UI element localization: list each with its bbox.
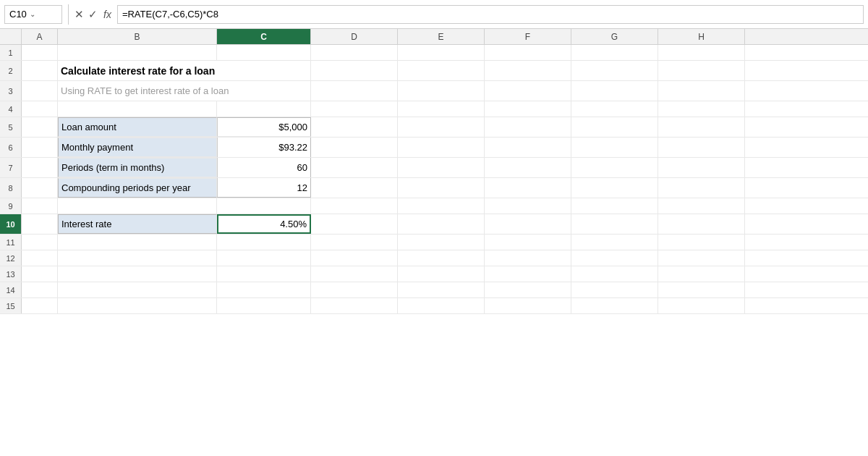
cell-G2[interactable]: [571, 61, 658, 80]
cell-A8[interactable]: [22, 178, 58, 198]
cell-A11[interactable]: [22, 235, 58, 250]
cell-G14[interactable]: [571, 282, 658, 297]
cell-H12[interactable]: [658, 250, 745, 266]
cancel-icon[interactable]: ✕: [75, 8, 84, 21]
cell-C12[interactable]: [217, 250, 311, 266]
cell-A9[interactable]: [22, 198, 58, 214]
cell-D9[interactable]: [311, 198, 398, 214]
cell-E11[interactable]: [398, 235, 485, 250]
cell-B9[interactable]: [58, 198, 217, 214]
cell-B2[interactable]: Calculate interest rate for a loan: [58, 61, 311, 80]
cell-B12[interactable]: [58, 250, 217, 266]
cell-C6[interactable]: $93.22: [217, 138, 311, 157]
cell-A4[interactable]: [22, 101, 58, 117]
cell-B4[interactable]: [58, 101, 217, 117]
cell-C7[interactable]: 60: [217, 158, 311, 177]
confirm-icon[interactable]: ✓: [88, 8, 98, 21]
cell-C9[interactable]: [217, 198, 311, 214]
cell-H11[interactable]: [658, 235, 745, 250]
cell-D13[interactable]: [311, 266, 398, 282]
cell-D4[interactable]: [311, 101, 398, 117]
cell-G12[interactable]: [571, 250, 658, 266]
cell-G1[interactable]: [571, 45, 658, 60]
cell-E13[interactable]: [398, 266, 485, 282]
cell-E3[interactable]: [398, 81, 485, 101]
cell-A6[interactable]: [22, 138, 58, 157]
cell-H13[interactable]: [658, 266, 745, 282]
cell-C15[interactable]: [217, 298, 311, 313]
cell-F10[interactable]: [485, 214, 571, 234]
cell-A15[interactable]: [22, 298, 58, 313]
cell-G9[interactable]: [571, 198, 658, 214]
cell-E10[interactable]: [398, 214, 485, 234]
cell-F8[interactable]: [485, 178, 571, 198]
name-box-chevron-icon[interactable]: ⌄: [30, 10, 35, 18]
cell-F9[interactable]: [485, 198, 571, 214]
cell-F4[interactable]: [485, 101, 571, 117]
cell-E5[interactable]: [398, 117, 485, 137]
cell-B13[interactable]: [58, 266, 217, 282]
cell-H7[interactable]: [658, 158, 745, 177]
cell-C8[interactable]: 12: [217, 178, 311, 198]
cell-C13[interactable]: [217, 266, 311, 282]
cell-D14[interactable]: [311, 282, 398, 297]
cell-C14[interactable]: [217, 282, 311, 297]
cell-E8[interactable]: [398, 178, 485, 198]
col-header-G[interactable]: G: [571, 29, 658, 44]
cell-E9[interactable]: [398, 198, 485, 214]
cell-B7[interactable]: Periods (term in months): [58, 158, 217, 177]
cell-F13[interactable]: [485, 266, 571, 282]
cell-D2[interactable]: [311, 61, 398, 80]
cell-E12[interactable]: [398, 250, 485, 266]
cell-C5[interactable]: $5,000: [217, 117, 311, 137]
cell-E6[interactable]: [398, 138, 485, 157]
cell-D10[interactable]: [311, 214, 398, 234]
cell-B1[interactable]: [58, 45, 217, 60]
cell-D5[interactable]: [311, 117, 398, 137]
cell-A3[interactable]: [22, 81, 58, 101]
cell-C10[interactable]: 4.50%: [217, 214, 311, 234]
cell-H3[interactable]: [658, 81, 745, 101]
cell-A7[interactable]: [22, 158, 58, 177]
cell-D7[interactable]: [311, 158, 398, 177]
cell-G4[interactable]: [571, 101, 658, 117]
cell-H5[interactable]: [658, 117, 745, 137]
cell-G15[interactable]: [571, 298, 658, 313]
cell-F12[interactable]: [485, 250, 571, 266]
cell-C11[interactable]: [217, 235, 311, 250]
cell-H4[interactable]: [658, 101, 745, 117]
name-box[interactable]: C10 ⌄: [4, 5, 62, 24]
cell-F5[interactable]: [485, 117, 571, 137]
cell-C4[interactable]: [217, 101, 311, 117]
cell-A14[interactable]: [22, 282, 58, 297]
cell-H9[interactable]: [658, 198, 745, 214]
cell-E7[interactable]: [398, 158, 485, 177]
cell-E2[interactable]: [398, 61, 485, 80]
cell-H6[interactable]: [658, 138, 745, 157]
cell-B8[interactable]: Compounding periods per year: [58, 178, 217, 198]
cell-H10[interactable]: [658, 214, 745, 234]
cell-D3[interactable]: [311, 81, 398, 101]
cell-E14[interactable]: [398, 282, 485, 297]
cell-A1[interactable]: [22, 45, 58, 60]
cell-D12[interactable]: [311, 250, 398, 266]
cell-H8[interactable]: [658, 178, 745, 198]
cell-D8[interactable]: [311, 178, 398, 198]
cell-A13[interactable]: [22, 266, 58, 282]
cell-G11[interactable]: [571, 235, 658, 250]
cell-B14[interactable]: [58, 282, 217, 297]
cell-B10[interactable]: Interest rate: [58, 214, 217, 234]
cell-H1[interactable]: [658, 45, 745, 60]
formula-input[interactable]: [117, 5, 864, 24]
cell-A5[interactable]: [22, 117, 58, 137]
cell-E15[interactable]: [398, 298, 485, 313]
cell-D11[interactable]: [311, 235, 398, 250]
cell-E1[interactable]: [398, 45, 485, 60]
col-header-A[interactable]: A: [22, 29, 58, 44]
cell-A12[interactable]: [22, 250, 58, 266]
cell-F1[interactable]: [485, 45, 571, 60]
cell-E4[interactable]: [398, 101, 485, 117]
cell-G7[interactable]: [571, 158, 658, 177]
cell-F7[interactable]: [485, 158, 571, 177]
col-header-C[interactable]: C: [217, 29, 311, 44]
